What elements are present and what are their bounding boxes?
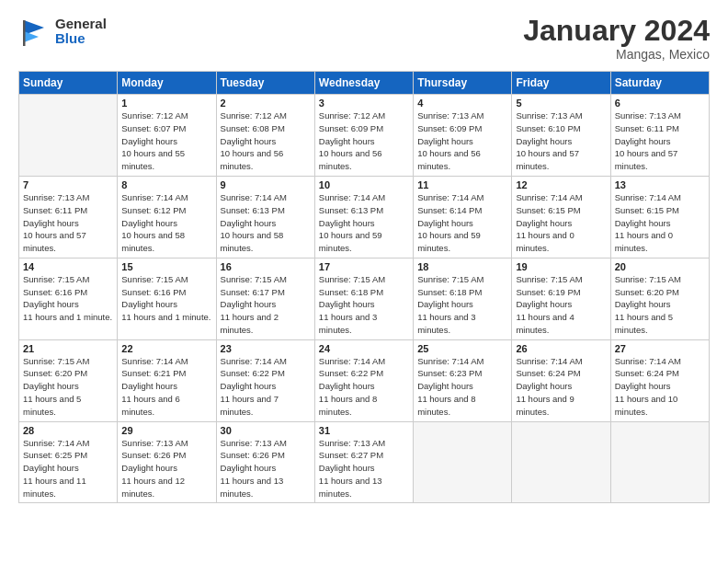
- day-number: 26: [516, 343, 606, 354]
- table-row: 7Sunrise: 7:13 AMSunset: 6:11 PMDaylight…: [19, 177, 118, 259]
- day-info: Sunrise: 7:14 AMSunset: 6:15 PMDaylight …: [615, 191, 705, 255]
- day-info: Sunrise: 7:12 AMSunset: 6:07 PMDaylight …: [121, 109, 211, 173]
- day-info: Sunrise: 7:13 AMSunset: 6:27 PMDaylight …: [319, 437, 409, 500]
- day-info: Sunrise: 7:14 AMSunset: 6:25 PMDaylight …: [23, 437, 113, 500]
- header-saturday: Saturday: [610, 72, 709, 95]
- table-row: 18Sunrise: 7:15 AMSunset: 6:18 PMDayligh…: [414, 258, 512, 339]
- table-row: 14Sunrise: 7:15 AMSunset: 6:16 PMDayligh…: [19, 258, 118, 339]
- day-info: Sunrise: 7:14 AMSunset: 6:24 PMDaylight …: [615, 355, 705, 419]
- table-row: 6Sunrise: 7:13 AMSunset: 6:11 PMDaylight…: [610, 95, 709, 177]
- header-tuesday: Tuesday: [216, 72, 314, 95]
- table-row: 8Sunrise: 7:14 AMSunset: 6:12 PMDaylight…: [118, 177, 216, 259]
- day-number: 3: [319, 98, 409, 109]
- day-info: Sunrise: 7:12 AMSunset: 6:08 PMDaylight …: [221, 109, 311, 173]
- day-info: Sunrise: 7:13 AMSunset: 6:10 PMDaylight …: [516, 109, 606, 173]
- day-info: Sunrise: 7:13 AMSunset: 6:11 PMDaylight …: [615, 109, 705, 173]
- header-friday: Friday: [512, 72, 610, 95]
- calendar-week-row: 7Sunrise: 7:13 AMSunset: 6:11 PMDaylight…: [19, 177, 710, 259]
- table-row: 28Sunrise: 7:14 AMSunset: 6:25 PMDayligh…: [19, 421, 118, 503]
- day-info: Sunrise: 7:14 AMSunset: 6:13 PMDaylight …: [319, 191, 409, 255]
- table-row: [610, 421, 709, 503]
- logo-general-text: General: [55, 17, 107, 32]
- day-info: Sunrise: 7:15 AMSunset: 6:16 PMDaylight …: [23, 273, 113, 324]
- table-row: 27Sunrise: 7:14 AMSunset: 6:24 PMDayligh…: [610, 339, 709, 421]
- calendar-table: Sunday Monday Tuesday Wednesday Thursday…: [18, 71, 710, 503]
- location: Mangas, Mexico: [523, 47, 710, 62]
- logo-text: General Blue: [55, 17, 107, 47]
- day-number: 25: [417, 343, 507, 354]
- day-info: Sunrise: 7:15 AMSunset: 6:16 PMDaylight …: [121, 273, 211, 324]
- day-info: Sunrise: 7:14 AMSunset: 6:21 PMDaylight …: [121, 355, 211, 419]
- table-row: 11Sunrise: 7:14 AMSunset: 6:14 PMDayligh…: [414, 177, 512, 259]
- day-number: 8: [121, 179, 211, 190]
- day-number: 19: [516, 261, 606, 272]
- table-row: 25Sunrise: 7:14 AMSunset: 6:23 PMDayligh…: [414, 339, 512, 421]
- calendar-week-row: 28Sunrise: 7:14 AMSunset: 6:25 PMDayligh…: [19, 421, 710, 503]
- table-row: 4Sunrise: 7:13 AMSunset: 6:09 PMDaylight…: [414, 95, 512, 177]
- day-info: Sunrise: 7:13 AMSunset: 6:26 PMDaylight …: [121, 437, 211, 500]
- day-number: 15: [121, 261, 211, 272]
- table-row: 24Sunrise: 7:14 AMSunset: 6:22 PMDayligh…: [314, 339, 413, 421]
- day-info: Sunrise: 7:14 AMSunset: 6:15 PMDaylight …: [516, 191, 606, 255]
- day-number: 2: [221, 98, 311, 109]
- day-number: 12: [516, 179, 606, 190]
- day-number: 14: [23, 261, 113, 272]
- day-info: Sunrise: 7:15 AMSunset: 6:19 PMDaylight …: [516, 273, 606, 337]
- days-header-row: Sunday Monday Tuesday Wednesday Thursday…: [19, 72, 710, 95]
- day-number: 28: [23, 425, 113, 436]
- day-number: 24: [319, 343, 409, 354]
- day-number: 21: [23, 343, 113, 354]
- day-number: 10: [319, 179, 409, 190]
- day-number: 4: [417, 98, 507, 109]
- day-number: 6: [615, 98, 705, 109]
- logo-icon: [18, 15, 51, 48]
- table-row: 10Sunrise: 7:14 AMSunset: 6:13 PMDayligh…: [314, 177, 413, 259]
- logo: General Blue: [18, 15, 107, 48]
- day-number: 11: [417, 179, 507, 190]
- day-info: Sunrise: 7:15 AMSunset: 6:18 PMDaylight …: [417, 273, 507, 337]
- day-info: Sunrise: 7:14 AMSunset: 6:22 PMDaylight …: [319, 355, 409, 419]
- day-number: 5: [516, 98, 606, 109]
- day-number: 30: [221, 425, 311, 436]
- day-number: 18: [417, 261, 507, 272]
- header: General Blue January 2024 Mangas, Mexico: [18, 15, 710, 62]
- table-row: 20Sunrise: 7:15 AMSunset: 6:20 PMDayligh…: [610, 258, 709, 339]
- day-number: 23: [221, 343, 311, 354]
- day-info: Sunrise: 7:15 AMSunset: 6:18 PMDaylight …: [319, 273, 409, 337]
- table-row: 5Sunrise: 7:13 AMSunset: 6:10 PMDaylight…: [512, 95, 610, 177]
- header-sunday: Sunday: [19, 72, 118, 95]
- title-block: January 2024 Mangas, Mexico: [523, 15, 710, 62]
- day-info: Sunrise: 7:14 AMSunset: 6:14 PMDaylight …: [417, 191, 507, 255]
- table-row: 26Sunrise: 7:14 AMSunset: 6:24 PMDayligh…: [512, 339, 610, 421]
- table-row: 3Sunrise: 7:12 AMSunset: 6:09 PMDaylight…: [314, 95, 413, 177]
- svg-marker-1: [24, 31, 39, 42]
- table-row: 2Sunrise: 7:12 AMSunset: 6:08 PMDaylight…: [216, 95, 314, 177]
- day-number: 27: [615, 343, 705, 354]
- table-row: [512, 421, 610, 503]
- table-row: 19Sunrise: 7:15 AMSunset: 6:19 PMDayligh…: [512, 258, 610, 339]
- header-wednesday: Wednesday: [314, 72, 413, 95]
- table-row: 12Sunrise: 7:14 AMSunset: 6:15 PMDayligh…: [512, 177, 610, 259]
- table-row: 22Sunrise: 7:14 AMSunset: 6:21 PMDayligh…: [118, 339, 216, 421]
- day-number: 9: [221, 179, 311, 190]
- day-info: Sunrise: 7:13 AMSunset: 6:11 PMDaylight …: [23, 191, 113, 255]
- day-info: Sunrise: 7:15 AMSunset: 6:20 PMDaylight …: [615, 273, 705, 337]
- day-info: Sunrise: 7:14 AMSunset: 6:13 PMDaylight …: [221, 191, 311, 255]
- table-row: 13Sunrise: 7:14 AMSunset: 6:15 PMDayligh…: [610, 177, 709, 259]
- day-number: 17: [319, 261, 409, 272]
- day-info: Sunrise: 7:13 AMSunset: 6:26 PMDaylight …: [221, 437, 311, 500]
- day-number: 13: [615, 179, 705, 190]
- day-info: Sunrise: 7:15 AMSunset: 6:20 PMDaylight …: [23, 355, 113, 419]
- day-number: 29: [121, 425, 211, 436]
- header-monday: Monday: [118, 72, 216, 95]
- table-row: 15Sunrise: 7:15 AMSunset: 6:16 PMDayligh…: [118, 258, 216, 339]
- month-year: January 2024: [523, 15, 710, 47]
- day-info: Sunrise: 7:13 AMSunset: 6:09 PMDaylight …: [417, 109, 507, 173]
- table-row: 21Sunrise: 7:15 AMSunset: 6:20 PMDayligh…: [19, 339, 118, 421]
- day-info: Sunrise: 7:14 AMSunset: 6:22 PMDaylight …: [221, 355, 311, 419]
- day-info: Sunrise: 7:14 AMSunset: 6:24 PMDaylight …: [516, 355, 606, 419]
- table-row: 1Sunrise: 7:12 AMSunset: 6:07 PMDaylight…: [118, 95, 216, 177]
- logo-blue-text: Blue: [55, 31, 107, 47]
- svg-rect-2: [23, 20, 26, 46]
- day-number: 20: [615, 261, 705, 272]
